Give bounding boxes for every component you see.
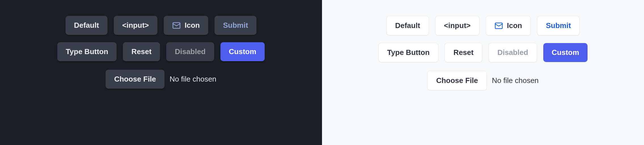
submit-button[interactable]: Submit — [214, 16, 256, 35]
choose-file-button[interactable]: Choose File — [106, 70, 164, 89]
reset-button[interactable]: Reset — [123, 42, 160, 61]
icon-button-label: Icon — [507, 21, 522, 30]
custom-button[interactable]: Custom — [543, 43, 588, 62]
button-row-2: Type Button Reset Disabled Custom — [57, 42, 265, 61]
icon-button[interactable]: Icon — [486, 16, 531, 35]
default-button[interactable]: Default — [66, 16, 108, 35]
input-element-button[interactable]: <input> — [435, 16, 479, 35]
button-row-2: Type Button Reset Disabled Custom — [378, 43, 588, 62]
file-input-row: Choose File No file chosen — [427, 71, 538, 90]
type-button[interactable]: Type Button — [378, 43, 439, 62]
disabled-button: Disabled — [489, 43, 537, 62]
mail-icon — [172, 21, 181, 30]
file-status-label: No file chosen — [492, 76, 539, 85]
reset-button[interactable]: Reset — [445, 43, 482, 62]
button-row-1: Default <input> Icon Submit — [66, 16, 257, 35]
button-row-1: Default <input> Icon Submit — [386, 16, 580, 35]
default-button[interactable]: Default — [386, 16, 429, 35]
input-element-button[interactable]: <input> — [114, 16, 157, 35]
submit-button[interactable]: Submit — [537, 16, 580, 35]
type-button[interactable]: Type Button — [57, 42, 117, 61]
choose-file-button[interactable]: Choose File — [427, 71, 487, 90]
file-input-row: Choose File No file chosen — [106, 70, 216, 89]
dark-theme-panel: Default <input> Icon Submit Type Button … — [0, 0, 322, 145]
mail-icon — [494, 22, 503, 30]
file-status-label: No file chosen — [170, 75, 216, 84]
icon-button[interactable]: Icon — [164, 16, 208, 35]
light-theme-panel: Default <input> Icon Submit Type Button … — [322, 0, 644, 145]
custom-button[interactable]: Custom — [220, 42, 265, 61]
disabled-button: Disabled — [166, 42, 214, 61]
icon-button-label: Icon — [185, 21, 200, 30]
